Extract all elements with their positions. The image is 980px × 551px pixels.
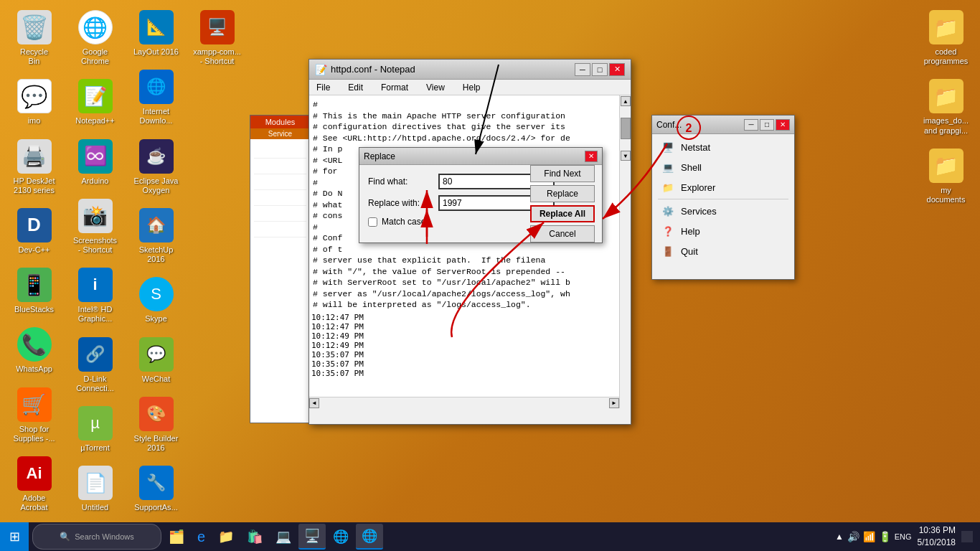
replace-button[interactable]: Replace — [530, 185, 595, 202]
log-line: 10:35:07 PM — [311, 350, 617, 359]
desktop-icon-arduino[interactable]: ♾️ Arduino — [68, 136, 122, 189]
desktop-icon-recycle-bin[interactable]: 🗑️ RecycleBin — [7, 7, 61, 69]
xampp-explorer[interactable]: 📁 Explorer — [655, 177, 791, 197]
find-what-label: Find what: — [368, 176, 433, 187]
xampp-shell[interactable]: 💻 Shell — [655, 157, 791, 177]
tray-up-arrow[interactable]: ▲ — [835, 532, 844, 542]
taskbar-ie[interactable]: e — [192, 524, 211, 550]
minimize-button[interactable]: ─ — [575, 63, 590, 76]
maximize-button[interactable]: □ — [592, 63, 608, 76]
desktop-icon-skype[interactable]: S Skype — [129, 274, 183, 326]
taskbar-store[interactable]: 🛍️ — [241, 524, 268, 550]
tray-network-icon: 🔊 — [847, 531, 859, 542]
notification-area[interactable] — [961, 531, 973, 542]
desktop-icon-wechat[interactable]: 💬 WeChat — [129, 334, 183, 387]
desktop-icon-google-chrome[interactable]: 🌐 GoogleChrome — [68, 7, 122, 69]
desktop-icon-notepadpp[interactable]: 📝 Notepad++ — [68, 76, 122, 128]
desktop-icon-support[interactable]: 🔧 SupportAs... — [129, 463, 183, 515]
replace-dialog-body: Find what: Replace with: Match case Find… — [359, 165, 602, 242]
menu-help[interactable]: Help — [459, 81, 484, 94]
desktop-icon-untitled[interactable]: 📄 Untitled — [68, 463, 122, 515]
module-row — [254, 174, 306, 190]
desktop-icon-sketchup[interactable]: 🏠 SketchUp2016 — [129, 205, 183, 267]
desktop-icon-images-folder[interactable]: 📁 images_do...and grapgi... — [919, 76, 973, 138]
menu-file[interactable]: File — [313, 81, 334, 94]
log-line: 10:12:49 PM — [311, 331, 617, 341]
xampp-panel: Conf... ─ □ ✕ 🖥️ Netstat 💻 Shell 📁 Explo… — [651, 115, 795, 280]
desktop-icon-my-documents[interactable]: 📁 mydocuments — [919, 146, 973, 207]
scroll-down-arrow[interactable]: ▼ — [621, 151, 631, 161]
desktop-icon-xampp-shortcut[interactable]: 🖥️ xampp-com...- Shortcut — [190, 7, 244, 69]
replace-dialog-title: Replace — [364, 151, 585, 161]
close-button[interactable]: ✕ — [609, 63, 625, 76]
desktop-icon-adobe-acrobat[interactable]: Ai AdobeAcrobat — [7, 453, 61, 515]
desktop: 🗑️ RecycleBin 💬 imo 🖨️ HP DeskJet2130 se… — [0, 0, 980, 522]
module-row — [254, 159, 306, 174]
search-label: Search Windows — [75, 532, 134, 541]
notepad-content-area[interactable]: # # This is the main Apache HTTP server … — [309, 95, 631, 408]
notepad-window-controls: ─ □ ✕ — [575, 63, 625, 76]
xampp-netstat[interactable]: 🖥️ Netstat — [655, 137, 791, 157]
scroll-up-arrow[interactable]: ▲ — [621, 96, 631, 106]
xampp-close[interactable]: ✕ — [776, 119, 790, 131]
xampp-panel-titlebar[interactable]: Conf... ─ □ ✕ — [652, 116, 794, 134]
replace-dialog-titlebar[interactable]: Replace ✕ — [359, 148, 602, 165]
desktop-icon-imo[interactable]: 💬 imo — [7, 76, 61, 128]
desktop-icon-eclipse[interactable]: ☕ Eclipse JavaOxygen — [129, 136, 183, 198]
desktop-icon-screenshots[interactable]: 📸 Screenshots- Shortcut — [68, 196, 122, 258]
menu-view[interactable]: View — [423, 81, 448, 94]
taskbar-cmd[interactable]: 💻 — [270, 524, 297, 550]
replace-all-button[interactable]: Replace All — [530, 205, 595, 222]
match-case-checkbox[interactable] — [368, 217, 377, 227]
notepad-titlebar[interactable]: 📝 httpd.conf - Notepad ─ □ ✕ — [309, 60, 631, 80]
desktop-icon-shop-supplies[interactable]: 🛒 Shop forSupplies -... — [7, 385, 61, 446]
desktop-icon-internet-download[interactable]: 🌐 InternetDownlo... — [129, 67, 183, 128]
desktop-icon-bluestacks[interactable]: 📱 BlueStacks — [7, 265, 61, 317]
replace-dialog-close[interactable]: ✕ — [585, 151, 598, 162]
xampp-modules-panel: Modules Service — [250, 115, 311, 423]
xampp-panel-body: 🖥️ Netstat 💻 Shell 📁 Explorer ⚙️ Service… — [652, 134, 794, 264]
desktop-icon-hp-deskjet[interactable]: 🖨️ HP DeskJet2130 series — [7, 136, 61, 198]
taskbar-clock[interactable]: 10:36 PM 5/10/2018 — [918, 524, 956, 549]
desktop-icon-dev-cpp[interactable]: D Dev-C++ — [7, 205, 61, 258]
xampp-quit[interactable]: 🚪 Quit — [655, 241, 791, 261]
desktop-icon-utorrent[interactable]: µ µTorrent — [68, 403, 122, 456]
desktop-icon-style-builder[interactable]: 🎨 Style Builder2016 — [129, 394, 183, 456]
tray-icons: ▲ 🔊 📶 🔋 ENG — [835, 531, 912, 542]
services-label: Services — [681, 206, 717, 217]
desktop-icon-layout[interactable]: 📐 LayOut 2016 — [129, 7, 183, 60]
desktop-icon-whatsapp[interactable]: 📞 WhatsApp — [7, 324, 61, 377]
xampp-help[interactable]: ❓ Help — [655, 221, 791, 241]
cancel-button[interactable]: Cancel — [530, 225, 595, 242]
find-next-button[interactable]: Find Next — [530, 165, 595, 182]
tray-battery-icon: 🔋 — [879, 531, 891, 542]
log-line: 10:12:47 PM — [311, 322, 617, 331]
help-label: Help — [681, 226, 700, 237]
taskbar-task-view[interactable]: 🗂️ — [163, 524, 190, 550]
xampp-maximize[interactable]: □ — [760, 119, 774, 131]
desktop-icon-d-link[interactable]: 🔗 D-LinkConnecti... — [68, 334, 122, 396]
taskbar-xampp[interactable]: 🖥️ — [298, 524, 326, 550]
desktop-icon-intel-hd[interactable]: i Intel® HDGraphic... — [68, 265, 122, 326]
scroll-thumb[interactable] — [621, 118, 631, 139]
replace-with-row: Replace with: — [368, 195, 523, 211]
quit-icon: 🚪 — [661, 244, 675, 258]
notepad-scrollbar-v[interactable]: ▲ ▼ — [619, 95, 631, 408]
desktop-icons-right: 📁 codedprogrammes 📁 images_do...and grap… — [912, 0, 980, 215]
taskbar-file-explorer[interactable]: 📁 — [212, 524, 240, 550]
taskbar-chrome[interactable]: 🌐 — [356, 524, 383, 550]
xampp-minimize[interactable]: ─ — [744, 119, 758, 131]
menu-format[interactable]: Format — [377, 81, 412, 94]
taskbar-search[interactable]: 🔍 Search Windows — [32, 524, 161, 550]
desktop-icon-coded-programmes[interactable]: 📁 codedprogrammes — [919, 7, 973, 69]
tray-volume-icon: 📶 — [863, 531, 875, 542]
start-button[interactable]: ⊞ — [0, 522, 29, 551]
xampp-window-controls: ─ □ ✕ — [744, 119, 790, 131]
scroll-left-arrow[interactable]: ◀ — [309, 398, 319, 408]
taskbar-network[interactable]: 🌐 — [327, 524, 354, 550]
scroll-right-arrow[interactable]: ▶ — [609, 398, 619, 408]
notepad-scrollbar-h[interactable]: ◀ ▶ — [309, 397, 619, 408]
notepad-menubar: File Edit Format View Help — [309, 80, 631, 95]
xampp-services[interactable]: ⚙️ Services — [655, 201, 791, 221]
menu-edit[interactable]: Edit — [344, 81, 367, 94]
